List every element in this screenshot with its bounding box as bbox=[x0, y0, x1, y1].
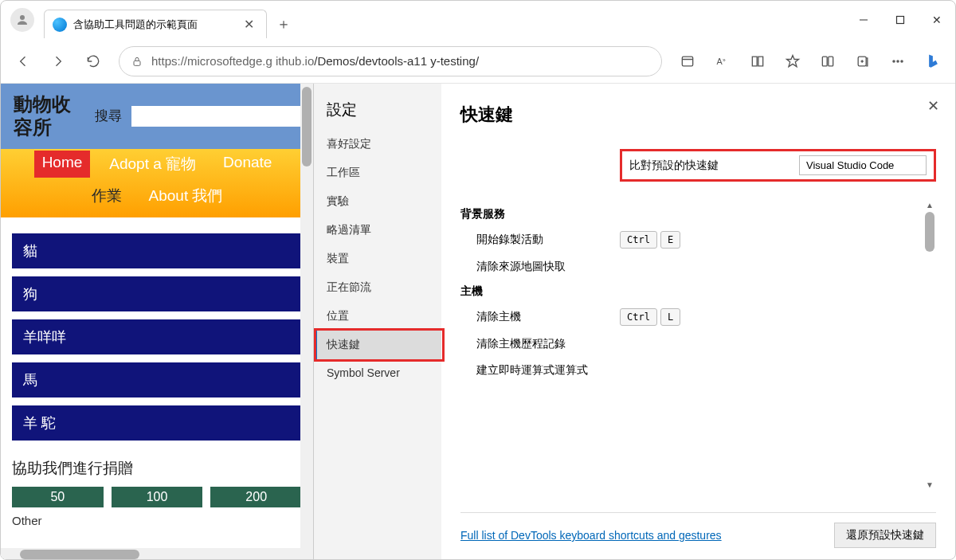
read-aloud-icon[interactable]: A» bbox=[707, 45, 739, 77]
shortcut-keys: Ctrl E bbox=[620, 231, 680, 249]
other-label: Other bbox=[1, 514, 313, 527]
svg-rect-2 bbox=[897, 17, 904, 24]
settings-heading: 設定 bbox=[314, 100, 441, 130]
menu-button[interactable] bbox=[882, 45, 914, 77]
list-item[interactable]: 羊 駝 bbox=[12, 405, 302, 441]
bing-button[interactable] bbox=[917, 45, 949, 77]
scroll-down-icon[interactable]: ▼ bbox=[925, 480, 934, 490]
list-item[interactable]: 貓 bbox=[12, 233, 302, 268]
shortcut-label: 清除主機歷程記錄 bbox=[476, 335, 620, 352]
nav-donate[interactable]: Donate bbox=[215, 151, 280, 178]
nav-about[interactable]: About 我們 bbox=[141, 182, 231, 210]
shortcuts-scrollbar[interactable]: ▲ ▼ bbox=[923, 201, 936, 512]
sidebar-item-preferences[interactable]: 喜好設定 bbox=[314, 130, 441, 159]
footer-row: Full list of DevTools keyboard shortcuts… bbox=[460, 512, 936, 560]
svg-point-15 bbox=[901, 60, 903, 61]
key: Ctrl bbox=[620, 308, 657, 326]
restore-defaults-button[interactable]: 還原預設快速鍵 bbox=[834, 523, 936, 548]
sidebar-item-symbol-server[interactable]: Symbol Server bbox=[314, 359, 441, 386]
donate-200-button[interactable]: 200 bbox=[210, 487, 302, 507]
profile-avatar[interactable] bbox=[10, 8, 34, 32]
collections-icon[interactable] bbox=[847, 45, 879, 77]
site-header: 動物收容所 搜尋 bbox=[1, 84, 313, 149]
content-area: 動物收容所 搜尋 Home Adopt a 寵物 Donate 作業 About… bbox=[1, 84, 955, 560]
horizontal-scrollbar[interactable] bbox=[1, 548, 300, 560]
shortcut-label: 開始錄製活動 bbox=[476, 231, 620, 248]
shortcut-label: 清除主機 bbox=[476, 308, 620, 325]
nav-adopt[interactable]: Adopt a 寵物 bbox=[101, 151, 204, 178]
close-settings-button[interactable]: ✕ bbox=[922, 95, 944, 117]
titlebar: 含協助工具問題的示範頁面 ✕ ＋ ✕ bbox=[1, 1, 955, 39]
preset-select[interactable]: Visual Studio Code bbox=[799, 155, 927, 175]
svg-rect-3 bbox=[134, 61, 140, 65]
section-background-services: 背景服務 bbox=[460, 207, 936, 221]
svg-rect-8 bbox=[822, 57, 827, 66]
sidebar-item-workspace[interactable]: 工作區 bbox=[314, 159, 441, 187]
preset-row: 比對預設的快速鍵 Visual Studio Code bbox=[620, 149, 936, 182]
sidebar-item-devices[interactable]: 裝置 bbox=[314, 245, 441, 273]
animal-list: 貓 狗 羊咩咩 馬 羊 駝 bbox=[1, 217, 313, 447]
shortcut-label: 清除來源地圖快取 bbox=[476, 258, 620, 275]
full-shortcut-list-link[interactable]: Full list of DevTools keyboard shortcuts… bbox=[460, 529, 722, 542]
window-controls: ✕ bbox=[845, 5, 955, 35]
key: L bbox=[660, 308, 680, 326]
nav-home[interactable]: Home bbox=[34, 151, 91, 178]
maximize-button[interactable] bbox=[882, 5, 919, 35]
split-icon[interactable] bbox=[812, 45, 844, 77]
refresh-button[interactable] bbox=[77, 45, 109, 77]
list-item[interactable]: 羊咩咩 bbox=[12, 319, 302, 354]
back-button[interactable] bbox=[7, 45, 39, 77]
settings-main: ✕ 快速鍵 比對預設的快速鍵 Visual Studio Code 背景服務 開… bbox=[441, 84, 955, 560]
donate-100-button[interactable]: 100 bbox=[112, 487, 203, 507]
minimize-button[interactable] bbox=[845, 5, 882, 35]
tab-close-button[interactable]: ✕ bbox=[239, 15, 258, 34]
shortcuts-body: 背景服務 開始錄製活動 Ctrl E 清除來源地圖快取 主機 清除主機 Ctrl bbox=[460, 201, 936, 512]
sidebar-item-throttling[interactable]: 正在節流 bbox=[314, 273, 441, 302]
address-bar[interactable]: https://microsoftedge.g ithub.io/Demos/d… bbox=[119, 46, 662, 76]
edge-favicon-icon bbox=[53, 18, 67, 32]
key: Ctrl bbox=[620, 231, 657, 249]
site-title: 動物收容所 bbox=[14, 93, 85, 139]
sidebar-item-locations[interactable]: 位置 bbox=[314, 302, 441, 331]
list-item[interactable]: 狗 bbox=[12, 276, 302, 311]
donate-50-button[interactable]: 50 bbox=[12, 487, 104, 507]
shortcut-row: 清除主機歷程記錄 bbox=[476, 335, 936, 352]
page-title: 快速鍵 bbox=[460, 103, 936, 127]
donate-row: 50 100 200 bbox=[1, 487, 313, 514]
tab-title: 含協助工具問題的示範頁面 bbox=[73, 18, 233, 32]
favorite-icon[interactable] bbox=[777, 45, 809, 77]
app-mode-icon[interactable] bbox=[672, 45, 703, 77]
svg-text:»: » bbox=[723, 57, 726, 62]
list-item[interactable]: 馬 bbox=[12, 362, 302, 397]
scroll-up-icon[interactable]: ▲ bbox=[925, 201, 934, 210]
svg-rect-9 bbox=[829, 57, 833, 66]
new-tab-button[interactable]: ＋ bbox=[272, 12, 296, 36]
shortcut-row: 清除來源地圖快取 bbox=[476, 258, 936, 275]
close-window-button[interactable]: ✕ bbox=[919, 5, 955, 35]
svg-rect-4 bbox=[682, 57, 692, 66]
lock-icon bbox=[131, 55, 143, 68]
donate-heading: 協助我們進行捐贈 bbox=[1, 447, 313, 487]
devtools-settings: 設定 喜好設定 工作區 實驗 略過清單 裝置 正在節流 位置 快速鍵 Symbo… bbox=[313, 84, 955, 560]
svg-point-14 bbox=[897, 60, 899, 61]
search-input[interactable] bbox=[131, 106, 300, 127]
svg-point-0 bbox=[20, 15, 25, 20]
sidebar-item-shortcuts[interactable]: 快速鍵 bbox=[314, 331, 441, 359]
browser-tab[interactable]: 含協助工具問題的示範頁面 ✕ bbox=[44, 10, 267, 38]
sidebar-item-ignore-list[interactable]: 略過清單 bbox=[314, 216, 441, 245]
demo-page: 動物收容所 搜尋 Home Adopt a 寵物 Donate 作業 About… bbox=[1, 84, 313, 560]
forward-button[interactable] bbox=[42, 45, 74, 77]
toolbar: https://microsoftedge.g ithub.io/Demos/d… bbox=[1, 39, 955, 84]
search-label: 搜尋 bbox=[95, 107, 122, 125]
reader-icon[interactable] bbox=[742, 45, 774, 77]
vertical-scrollbar[interactable] bbox=[300, 84, 313, 560]
sidebar-item-label: 快速鍵 bbox=[327, 338, 360, 350]
preset-label: 比對預設的快速鍵 bbox=[629, 159, 799, 173]
settings-sidebar: 設定 喜好設定 工作區 實驗 略過清單 裝置 正在節流 位置 快速鍵 Symbo… bbox=[314, 84, 441, 560]
key: E bbox=[660, 231, 680, 249]
sidebar-item-experiments[interactable]: 實驗 bbox=[314, 187, 441, 216]
browser-chrome: 含協助工具問題的示範頁面 ✕ ＋ ✕ https://microsoftedge… bbox=[1, 1, 955, 84]
nav-jobs[interactable]: 作業 bbox=[84, 182, 130, 210]
shortcut-row: 清除主機 Ctrl L bbox=[476, 308, 936, 326]
url-text: https://microsoftedge.g ithub.io/Demos/d… bbox=[151, 54, 479, 68]
